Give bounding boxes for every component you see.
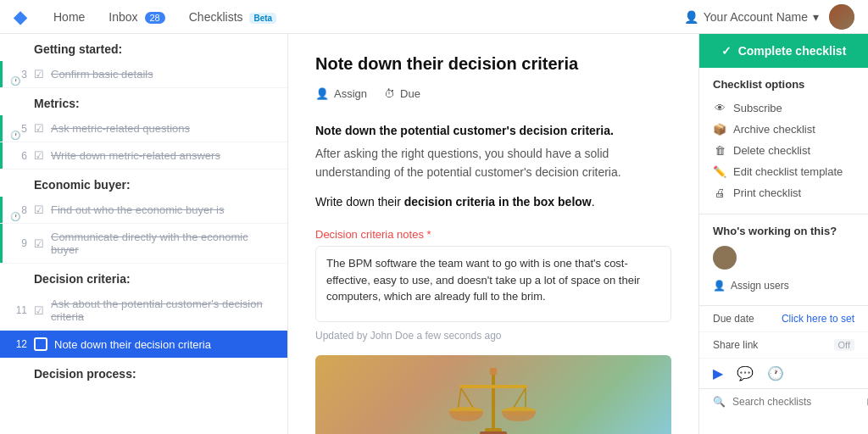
user-avatar — [713, 246, 737, 270]
option-edit-template[interactable]: ✏️ Edit checklist template — [713, 161, 854, 182]
account-icon: 👤 — [684, 10, 698, 24]
due-label: Due — [400, 87, 420, 100]
scales-svg — [442, 364, 544, 434]
share-link-label: Share link — [713, 339, 834, 351]
svg-line-3 — [458, 388, 461, 410]
edit-icon: ✏️ — [713, 165, 726, 178]
due-date-value[interactable]: Click here to set — [782, 313, 854, 325]
archive-icon: 📦 — [713, 123, 726, 136]
play-tab-icon[interactable]: ▶ — [713, 365, 723, 381]
option-subscribe[interactable]: 👁 Subscribe — [713, 97, 854, 119]
due-date-row: Due date Click here to set — [699, 306, 868, 332]
option-archive[interactable]: 📦 Archive checklist — [713, 119, 854, 140]
who-title: Who's working on this? — [713, 225, 854, 237]
right-panel: ✓ Complete checklist Checklist options 👁… — [698, 34, 868, 434]
assign-label: Assign — [334, 87, 367, 100]
main-layout: Getting started: 3 ☑ Confirm basic detai… — [0, 34, 868, 434]
item-number: 12 — [10, 338, 27, 350]
item-number: 6 — [10, 150, 27, 162]
option-subscribe-label: Subscribe — [733, 102, 782, 114]
option-archive-label: Archive checklist — [733, 123, 815, 136]
account-name[interactable]: 👤 Your Account Name ▾ — [684, 10, 819, 24]
item-number: 11 — [10, 304, 27, 316]
account-chevron: ▾ — [813, 10, 819, 24]
nav-checklists[interactable]: Checklists Beta — [186, 10, 280, 24]
section-header-economic-buyer: Economic buyer: — [0, 170, 287, 197]
section-header-decision-process: Decision process: — [0, 359, 287, 386]
green-bar — [0, 61, 3, 87]
desc-main: Note down the potential customer's decis… — [315, 124, 671, 137]
share-link-row: Share link Off — [699, 332, 868, 359]
option-delete[interactable]: 🗑 Delete checklist — [713, 140, 854, 161]
section-header-getting-started: Getting started: — [0, 34, 287, 61]
item-label: Note down their decision criteria — [54, 338, 211, 351]
field-label-text: Decision criteria notes — [315, 228, 424, 241]
section-header-metrics: Metrics: — [0, 88, 287, 115]
desc-emphasis: Write down their decision criteria in th… — [315, 192, 671, 211]
eye-icon: 👁 — [713, 102, 726, 114]
item-label: Confirm basic details — [51, 68, 153, 81]
option-delete-label: Delete checklist — [733, 144, 810, 157]
list-item[interactable]: 8 ☑ Find out who the economic buyer is 🕐 — [0, 197, 287, 224]
section-header-decision-criteria: Decision criteria: — [0, 264, 287, 291]
person-icon: 👤 — [315, 87, 329, 100]
avatar[interactable] — [829, 4, 854, 30]
nav-home[interactable]: Home — [50, 10, 88, 24]
svg-rect-2 — [490, 368, 497, 375]
item-label: Ask about the potential customer's decis… — [51, 298, 274, 323]
list-item[interactable]: 3 ☑ Confirm basic details 🕐 — [0, 61, 287, 88]
checkbox-unchecked[interactable] — [34, 337, 47, 351]
option-edit-label: Edit checklist template — [733, 165, 843, 178]
nav-right: 👤 Your Account Name ▾ — [684, 4, 854, 30]
list-item[interactable]: 5 ☑ Ask metric-related questions 🕐 — [0, 115, 287, 142]
clock-icon: 🕐 — [10, 76, 20, 86]
item-label: Write down metric-related answers — [51, 149, 220, 162]
content-meta: 👤 Assign ⏱ Due — [315, 84, 671, 103]
clock-icon: 🕐 — [10, 212, 20, 221]
checkbox-icon: ☑ — [34, 203, 44, 216]
nav-inbox[interactable]: Inbox 28 — [105, 10, 168, 24]
checkbox-icon: ☑ — [34, 68, 44, 81]
search-icon: 🔍 — [713, 396, 726, 408]
list-item[interactable]: 11 ☑ Ask about the potential customer's … — [0, 291, 287, 331]
checklist-options: Checklist options 👁 Subscribe 📦 Archive … — [699, 68, 868, 214]
search-checklists-input[interactable] — [732, 396, 860, 408]
assign-users-label: Assign users — [731, 280, 789, 292]
comment-tab-icon[interactable]: 💬 — [737, 365, 754, 381]
nav-checklists-label: Checklists — [189, 10, 243, 24]
options-title: Checklist options — [713, 78, 854, 91]
checkbox-icon: ☑ — [34, 237, 44, 250]
complete-checklist-button[interactable]: ✓ Complete checklist — [699, 34, 868, 68]
list-item[interactable]: 9 ☑ Communicate directly with the econom… — [0, 224, 287, 264]
content-description: Note down the potential customer's decis… — [315, 124, 671, 211]
scales-image — [315, 355, 671, 434]
assign-users-button[interactable]: 👤 Assign users — [713, 276, 854, 295]
green-bar — [0, 142, 3, 169]
tab-row: ▶ 💬 🕐 — [699, 359, 868, 389]
logo[interactable]: ◆ — [14, 7, 26, 27]
option-print-label: Print checklist — [733, 186, 801, 199]
clock-icon: 🕐 — [10, 131, 20, 140]
sidebar: Getting started: 3 ☑ Confirm basic detai… — [0, 34, 288, 434]
list-item[interactable]: 6 ☑ Write down metric-related answers — [0, 142, 287, 170]
updated-text: Updated by John Doe a few seconds ago — [315, 330, 671, 342]
share-link-value[interactable]: Off — [834, 339, 854, 351]
list-item-active[interactable]: 12 Note down their decision criteria — [0, 331, 287, 359]
assign-button[interactable]: 👤 Assign — [315, 84, 367, 103]
due-button[interactable]: ⏱ Due — [384, 84, 420, 103]
complete-btn-label: Complete checklist — [738, 44, 847, 58]
item-number: 9 — [10, 237, 27, 249]
search-row: 🔍 ⊞ — [699, 389, 868, 415]
clock-icon: ⏱ — [384, 87, 395, 100]
decision-criteria-textarea[interactable]: The BPM software the team want to go wit… — [315, 246, 671, 322]
history-tab-icon[interactable]: 🕐 — [767, 365, 784, 381]
field-label: Decision criteria notes * — [315, 228, 671, 241]
checkmark-icon: ✓ — [721, 44, 732, 58]
checkbox-icon: ☑ — [34, 149, 44, 162]
trash-icon: 🗑 — [713, 144, 726, 157]
inbox-badge: 28 — [145, 12, 165, 24]
svg-rect-1 — [459, 385, 527, 388]
option-print[interactable]: 🖨 Print checklist — [713, 182, 854, 203]
checkbox-icon: ☑ — [34, 304, 44, 317]
person-plus-icon: 👤 — [713, 280, 726, 292]
